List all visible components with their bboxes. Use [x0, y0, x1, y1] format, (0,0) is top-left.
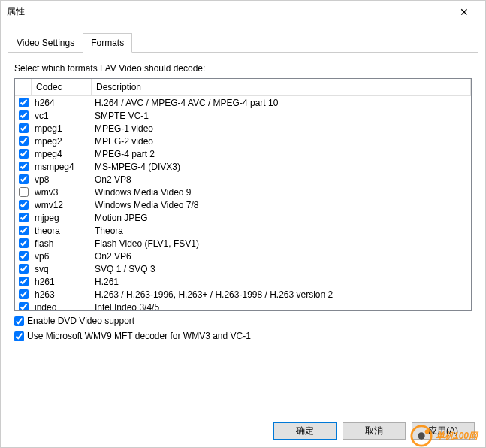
codec-cell: mpeg2	[32, 136, 92, 147]
table-row[interactable]: vc1SMPTE VC-1	[15, 109, 471, 122]
table-row[interactable]: theoraTheora	[15, 224, 471, 237]
apply-button[interactable]: 应用(A)	[412, 422, 475, 440]
window-title: 属性	[7, 5, 449, 18]
option-wmv9-row: Use Microsoft WMV9 MFT decoder for WMV3 …	[14, 331, 472, 341]
description-cell: MPEG-4 part 2	[92, 149, 471, 159]
format-checkbox[interactable]	[19, 174, 29, 184]
tab-formats[interactable]: Formats	[83, 33, 132, 53]
format-checkbox[interactable]	[19, 289, 29, 299]
format-checkbox[interactable]	[19, 162, 29, 171]
option-dvd-row: Enable DVD Video support	[14, 316, 472, 326]
description-cell: MPEG-1 video	[92, 123, 471, 134]
close-icon: ✕	[460, 6, 469, 18]
column-description[interactable]: Description	[92, 79, 471, 95]
description-cell: MPEG-2 video	[92, 136, 471, 147]
codec-cell: theora	[32, 226, 92, 236]
format-checkbox[interactable]	[19, 123, 29, 133]
tab-panel-formats: Select which formats LAV Video should de…	[8, 53, 478, 347]
dvd-label[interactable]: Enable DVD Video support	[27, 316, 134, 326]
tab-strip: Video Settings Formats	[8, 32, 478, 53]
table-row[interactable]: h263H.263 / H.263-1996, H.263+ / H.263-1…	[15, 288, 471, 301]
description-cell: Flash Video (FLV1, FSV1)	[92, 238, 471, 249]
codec-cell: svq	[32, 264, 92, 274]
description-cell: H.263 / H.263-1996, H.263+ / H.263-1998 …	[92, 289, 471, 300]
table-row[interactable]: vp6On2 VP6	[15, 250, 471, 262]
ok-button[interactable]: 确定	[273, 422, 337, 440]
codec-cell: vp6	[32, 251, 92, 262]
description-cell: Theora	[92, 226, 471, 236]
close-button[interactable]: ✕	[449, 2, 479, 23]
list-header: Codec Description	[15, 79, 471, 96]
codec-cell: mpeg4	[32, 149, 92, 159]
codec-cell: wmv3	[32, 187, 92, 198]
description-cell: On2 VP8	[92, 174, 471, 185]
codec-cell: mpeg1	[32, 123, 92, 134]
format-checkbox[interactable]	[19, 98, 29, 107]
format-checkbox[interactable]	[19, 136, 29, 146]
column-codec[interactable]: Codec	[32, 79, 92, 95]
table-row[interactable]: flashFlash Video (FLV1, FSV1)	[15, 237, 471, 250]
codec-cell: indeo	[32, 302, 92, 311]
formats-list: Codec Description h264H.264 / AVC / MPEG…	[14, 78, 472, 311]
format-checkbox[interactable]	[19, 187, 29, 197]
format-checkbox[interactable]	[19, 264, 29, 274]
dvd-checkbox[interactable]	[14, 316, 24, 326]
codec-cell: vc1	[32, 110, 92, 121]
instruction-text: Select which formats LAV Video should de…	[14, 63, 472, 74]
table-row[interactable]: mjpegMotion JPEG	[15, 211, 471, 224]
table-row[interactable]: mpeg4MPEG-4 part 2	[15, 147, 471, 160]
format-checkbox[interactable]	[19, 251, 29, 261]
format-checkbox[interactable]	[19, 110, 29, 120]
column-checkbox[interactable]	[15, 79, 32, 95]
description-cell: Intel Indeo 3/4/5	[92, 302, 471, 311]
table-row[interactable]: mpeg2MPEG-2 video	[15, 135, 471, 147]
format-checkbox[interactable]	[19, 200, 29, 210]
description-cell: H.261	[92, 277, 471, 287]
cancel-button[interactable]: 取消	[343, 422, 406, 440]
format-checkbox[interactable]	[19, 277, 29, 286]
codec-cell: msmpeg4	[32, 162, 92, 172]
codec-cell: mjpeg	[32, 213, 92, 223]
format-checkbox[interactable]	[19, 213, 29, 222]
table-row[interactable]: indeoIntel Indeo 3/4/5	[15, 301, 471, 310]
format-checkbox[interactable]	[19, 238, 29, 248]
table-row[interactable]: msmpeg4MS-MPEG-4 (DIVX3)	[15, 160, 471, 173]
codec-cell: h263	[32, 289, 92, 300]
description-cell: Windows Media Video 9	[92, 187, 471, 198]
format-checkbox[interactable]	[19, 226, 29, 235]
table-row[interactable]: h264H.264 / AVC / MPEG-4 AVC / MPEG-4 pa…	[15, 96, 471, 109]
codec-cell: vp8	[32, 174, 92, 185]
description-cell: On2 VP6	[92, 251, 471, 262]
table-row[interactable]: svqSVQ 1 / SVQ 3	[15, 262, 471, 275]
table-row[interactable]: wmv12Windows Media Video 7/8	[15, 198, 471, 211]
table-row[interactable]: mpeg1MPEG-1 video	[15, 122, 471, 135]
description-cell: SMPTE VC-1	[92, 110, 471, 121]
format-checkbox[interactable]	[19, 149, 29, 159]
codec-cell: wmv12	[32, 200, 92, 210]
codec-cell: h261	[32, 277, 92, 287]
table-row[interactable]: vp8On2 VP8	[15, 173, 471, 186]
list-body[interactable]: h264H.264 / AVC / MPEG-4 AVC / MPEG-4 pa…	[15, 96, 471, 310]
titlebar: 属性 ✕	[1, 1, 485, 23]
description-cell: H.264 / AVC / MPEG-4 AVC / MPEG-4 part 1…	[92, 98, 471, 108]
tab-video-settings[interactable]: Video Settings	[8, 33, 83, 53]
content-area: Video Settings Formats Select which form…	[1, 23, 485, 353]
wmv9-label[interactable]: Use Microsoft WMV9 MFT decoder for WMV3 …	[27, 331, 251, 341]
description-cell: Motion JPEG	[92, 213, 471, 223]
format-checkbox[interactable]	[19, 302, 29, 310]
wmv9-checkbox[interactable]	[14, 331, 24, 341]
table-row[interactable]: h261H.261	[15, 275, 471, 288]
description-cell: SVQ 1 / SVQ 3	[92, 264, 471, 274]
description-cell: MS-MPEG-4 (DIVX3)	[92, 162, 471, 172]
codec-cell: flash	[32, 238, 92, 249]
description-cell: Windows Media Video 7/8	[92, 200, 471, 210]
button-bar: 确定 取消 应用(A)	[273, 422, 475, 440]
codec-cell: h264	[32, 98, 92, 108]
table-row[interactable]: wmv3Windows Media Video 9	[15, 186, 471, 198]
